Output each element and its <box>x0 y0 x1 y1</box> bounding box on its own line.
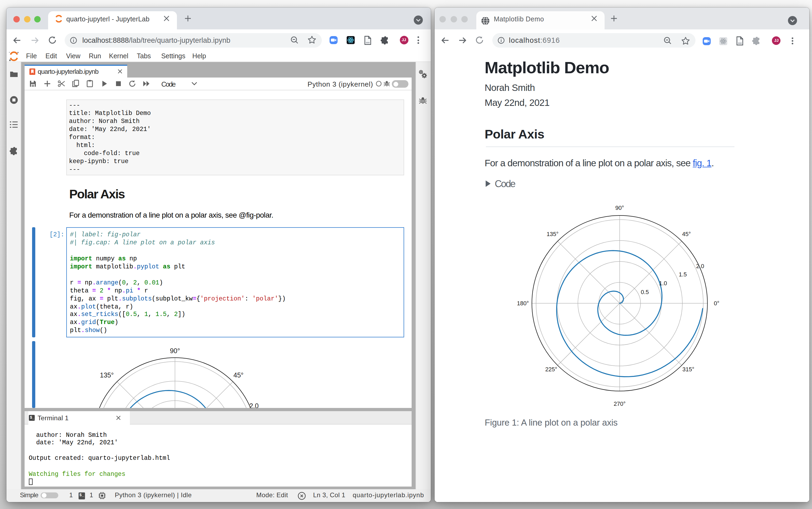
svg-text:1.5: 1.5 <box>679 271 687 277</box>
svg-text:135°: 135° <box>547 231 559 237</box>
svg-text:2.0: 2.0 <box>249 402 259 408</box>
svg-text:2.0: 2.0 <box>696 263 704 269</box>
svg-text:315°: 315° <box>683 366 695 373</box>
svg-text:90°: 90° <box>170 347 180 354</box>
svg-text:0.5: 0.5 <box>641 289 649 295</box>
svg-text:45°: 45° <box>234 371 244 378</box>
svg-text:0°: 0° <box>714 300 719 306</box>
svg-text:180°: 180° <box>517 300 529 306</box>
svg-text:225°: 225° <box>545 366 558 373</box>
svg-text:270°: 270° <box>614 400 626 407</box>
svg-text:45°: 45° <box>682 231 691 237</box>
svg-text:90°: 90° <box>615 204 624 211</box>
svg-text:1.0: 1.0 <box>659 280 667 286</box>
svg-text:135°: 135° <box>100 371 114 378</box>
